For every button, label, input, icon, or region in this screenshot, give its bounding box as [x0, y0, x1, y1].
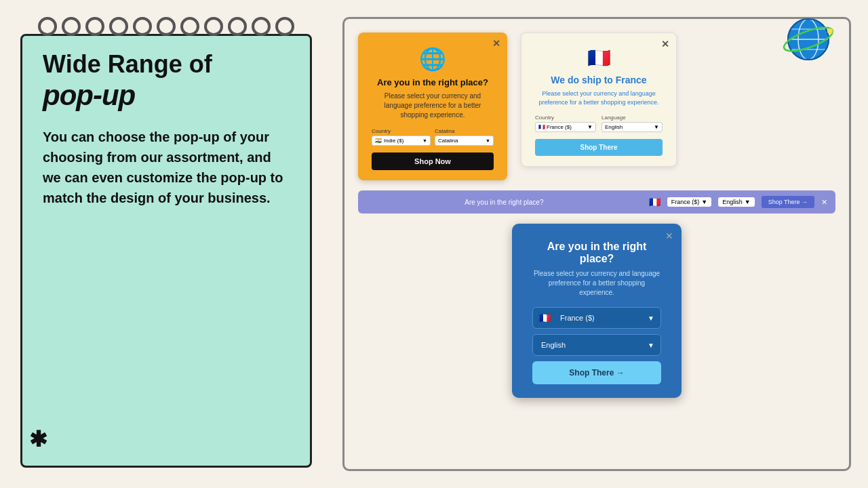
right-panel: ✕ 🌐 Are you in the right place? Please s… — [332, 0, 868, 488]
banner-text: Are you in the right place? — [366, 199, 642, 206]
ring-6 — [157, 17, 176, 36]
ring-4 — [109, 17, 128, 36]
orange-flag-in: 🇮🇳 — [375, 138, 382, 144]
orange-shop-now-button[interactable]: Shop Now — [372, 152, 494, 170]
cream-language-label: Language — [601, 115, 663, 121]
banner-country-chevron: ▼ — [701, 199, 707, 205]
cream-flag-fr: 🇫🇷 — [538, 124, 545, 130]
blue-modal-subtitle: Please select your currency and language… — [532, 269, 661, 298]
right-border-container: ✕ 🌐 Are you in the right place? Please s… — [342, 17, 851, 471]
banner-popup: Are you in the right place? 🇫🇷 France ($… — [358, 190, 835, 214]
notepad-title-line2: pop-up — [43, 79, 290, 113]
orange-popup-subtitle: Please select your currency and language… — [372, 92, 494, 120]
blue-modal-country-wrapper[interactable]: 🇫🇷 France ($) ▼ — [532, 307, 661, 329]
blue-modal-country-select[interactable]: France ($) — [532, 307, 661, 329]
banner-country-value: France ($) — [671, 199, 700, 205]
cream-shop-there-button[interactable]: Shop There — [535, 139, 663, 156]
cream-country-col: Country 🇫🇷 France ($) ▼ — [535, 115, 596, 132]
blue-modal-title: Are you in the right place? — [532, 241, 661, 265]
cream-popup-flag: 🇫🇷 — [535, 47, 663, 69]
orange-popup: ✕ 🌐 Are you in the right place? Please s… — [358, 33, 507, 180]
banner-shop-button[interactable]: Shop There → — [762, 196, 814, 208]
cream-country-chevron: ▼ — [587, 124, 593, 130]
cream-popup-close[interactable]: ✕ — [661, 39, 669, 49]
blue-modal-close[interactable]: ✕ — [665, 230, 673, 241]
orange-language-group: Catalina Catalina ▼ — [435, 128, 494, 146]
banner-close[interactable]: ✕ — [821, 198, 827, 207]
ring-2 — [62, 17, 81, 36]
blue-modal-language-select[interactable]: English — [532, 334, 661, 356]
cream-language-chevron: ▼ — [654, 124, 659, 130]
blue-modal-popup: ✕ Are you in the right place? Please sel… — [512, 224, 682, 398]
orange-popup-globe: 🌐 — [372, 46, 494, 72]
blue-modal-container: ✕ Are you in the right place? Please sel… — [358, 224, 835, 398]
orange-country-value: Indie ($) — [384, 138, 420, 144]
orange-popup-title: Are you in the right place? — [372, 77, 494, 87]
popup-row-top: ✕ 🌐 Are you in the right place? Please s… — [358, 33, 835, 180]
banner-language-value: English — [722, 199, 743, 205]
orange-country-chevron: ▼ — [422, 138, 427, 143]
svg-point-7 — [827, 28, 833, 34]
banner-flag: 🇫🇷 — [649, 197, 660, 207]
notepad-title-line1: Wide Range of — [43, 49, 290, 79]
orange-language-chevron: ▼ — [486, 138, 490, 143]
cream-popup-fields: Country 🇫🇷 France ($) ▼ Language English… — [535, 115, 663, 132]
blue-modal-cta-text: Shop There → — [569, 368, 624, 378]
ring-1 — [38, 17, 57, 36]
ring-7 — [180, 17, 199, 36]
cream-country-label: Country — [535, 115, 596, 121]
bottom-decoration: ✱ — [29, 426, 47, 452]
ring-9 — [228, 17, 247, 36]
orange-language-value: Catalina — [438, 138, 484, 144]
orange-country-label: Country — [372, 128, 431, 134]
cream-language-select-wrapper[interactable]: English ▼ — [601, 122, 663, 132]
banner-language-chevron: ▼ — [745, 199, 751, 205]
orange-country-group: Country 🇮🇳 Indie ($) ▼ — [372, 128, 431, 146]
cream-language-value: English — [605, 124, 652, 130]
notepad: Wide Range of pop-up You can choose the … — [20, 34, 312, 468]
banner-country-select[interactable]: France ($) ▼ — [667, 197, 711, 207]
cream-language-col: Language English ▼ — [601, 115, 663, 132]
orange-popup-close[interactable]: ✕ — [492, 38, 500, 49]
blue-modal-language-wrapper[interactable]: English ▼ — [532, 334, 661, 356]
orange-country-select-wrapper[interactable]: 🇮🇳 Indie ($) ▼ — [372, 136, 431, 146]
notepad-body: You can choose the pop-up of your choosi… — [43, 127, 290, 208]
cream-country-select-wrapper[interactable]: 🇫🇷 France ($) ▼ — [535, 122, 596, 132]
cream-popup-subtitle: Please select your currency and language… — [535, 89, 663, 106]
cream-country-value: France ($) — [547, 124, 586, 130]
orange-popup-fields: Country 🇮🇳 Indie ($) ▼ Catalina Catalina… — [372, 128, 494, 146]
orange-language-select-wrapper[interactable]: Catalina ▼ — [435, 136, 494, 146]
banner-language-select[interactable]: English ▼ — [718, 197, 754, 207]
ring-5 — [133, 17, 152, 36]
cream-popup: ✕ 🇫🇷 We do ship to France Please select … — [521, 33, 677, 167]
ring-11 — [275, 17, 294, 36]
left-panel: Wide Range of pop-up You can choose the … — [0, 0, 332, 488]
cream-popup-title: We do ship to France — [535, 75, 663, 85]
ring-10 — [252, 17, 271, 36]
ring-8 — [204, 17, 223, 36]
blue-modal-shop-button[interactable]: Shop There → — [532, 361, 661, 384]
ring-3 — [85, 17, 104, 36]
globe-icon — [781, 12, 835, 66]
orange-language-label: Catalina — [435, 128, 494, 134]
spiral-binding — [22, 17, 310, 36]
